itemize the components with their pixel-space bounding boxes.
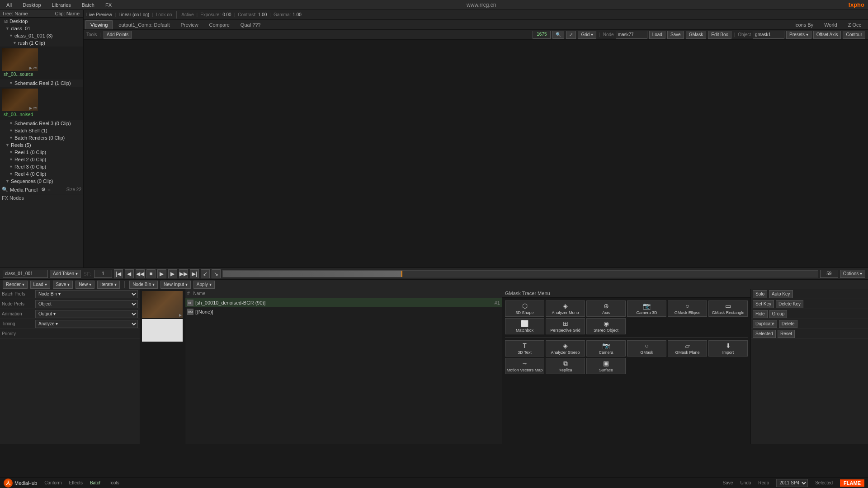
iterate-btn[interactable]: Iterate ▾ [97, 281, 120, 289]
save-status-label[interactable]: Save [723, 480, 733, 485]
batch-label[interactable]: Batch [90, 480, 102, 485]
tree-item-batch-renders[interactable]: ▼ Batch Renders (0 Clip) [0, 134, 83, 141]
mark-out-btn[interactable]: ↘ [212, 269, 221, 278]
fit-btn[interactable]: ⤢ [566, 31, 576, 39]
delete-key-btn[interactable]: Delete Key [776, 300, 803, 308]
fx-btn-camera[interactable]: 📷 Camera [586, 340, 626, 357]
auto-key-btn[interactable]: Auto Key [769, 290, 793, 298]
tab-preview[interactable]: Preview [175, 20, 203, 29]
batch-prefs-select[interactable]: Node Bin ▾ [35, 290, 138, 298]
project-name-input[interactable] [3, 270, 48, 278]
tree-item-class01-001[interactable]: ▼ class_01_001 (3) [0, 32, 83, 39]
node-prefs-select[interactable]: Object [35, 300, 138, 308]
tree-item-reel1[interactable]: ▼ Reel 1 (0 Clip) [0, 149, 83, 156]
node-thumb-1[interactable]: ▶ [142, 291, 183, 318]
node-input[interactable] [616, 31, 647, 39]
timing-select[interactable]: Analyze ▾ [35, 320, 138, 328]
tab-libraries[interactable]: Libraries [49, 1, 74, 9]
prev-frame-btn[interactable]: ◀ [125, 269, 134, 278]
node-thumb-2[interactable] [142, 319, 183, 342]
fx-btn-gmask-plane[interactable]: ▱ GMask Plane [668, 340, 707, 357]
duplicate-btn[interactable]: Duplicate [753, 320, 777, 328]
tab-fx[interactable]: FX [103, 1, 114, 9]
tree-item-reel2[interactable]: ▼ Reel 2 (0 Clip) [0, 156, 83, 163]
tree-item-reel4[interactable]: ▼ Reel 4 (0 Clip) [0, 170, 83, 178]
gmask-btn[interactable]: GMask [686, 31, 707, 39]
node-item-2[interactable]: 0M [(None)] [185, 307, 502, 316]
options-btn[interactable]: Options ▾ [840, 270, 865, 278]
delete-btn[interactable]: Delete [779, 320, 797, 328]
fx-btn-import[interactable]: ⬇ Import [708, 340, 748, 357]
jump-end-btn[interactable]: ▶| [190, 269, 199, 278]
sf-input[interactable] [94, 270, 112, 278]
settings-icon[interactable]: ⚙ [41, 187, 46, 192]
fx-btn-matchbox[interactable]: ⬜ Matchbox [505, 318, 544, 334]
frame-input[interactable] [820, 270, 838, 278]
fx-btn-3d-text[interactable]: T 3D Text [505, 340, 544, 357]
tree-item-class01[interactable]: ▼ class_01 [0, 25, 83, 32]
timeline-scrubber[interactable] [222, 270, 818, 277]
tab-output[interactable]: output1_Comp: Default [113, 20, 175, 29]
add-token-btn[interactable]: Add Token ▾ [50, 270, 81, 278]
rev-play-btn[interactable]: ◀◀ [136, 269, 145, 278]
save-btn[interactable]: Save [667, 31, 684, 39]
load-btn[interactable]: Load [649, 31, 665, 39]
reset-btn[interactable]: Reset [778, 330, 795, 338]
offset-axis-btn[interactable]: Offset Axis [813, 31, 841, 39]
render-btn[interactable]: Render ▾ [3, 281, 28, 289]
tools-label[interactable]: Tools [108, 480, 119, 485]
undo-label[interactable]: Undo [740, 480, 751, 485]
status-dropdown[interactable]: 2011 SP4 [776, 479, 808, 487]
stop-btn[interactable]: ■ [146, 269, 156, 278]
play-btn[interactable]: ▶ [157, 269, 166, 278]
media-hub-label[interactable]: MediaHub [14, 480, 37, 486]
fx-btn-camera-3d[interactable]: 📷 Camera 3D [627, 300, 666, 317]
new-ctrl-btn[interactable]: New ▾ [75, 281, 94, 289]
fx-btn-gmask[interactable]: ○ GMask [627, 340, 666, 357]
mark-in-btn[interactable]: ↙ [201, 269, 210, 278]
fx-btn-analyzer-stereo[interactable]: ◈ Analyzer Stereo [546, 340, 585, 357]
jump-start-btn[interactable]: |◀ [114, 269, 123, 278]
set-key-btn[interactable]: Set Key [753, 300, 774, 308]
panel-controls-icon[interactable]: ≡ [47, 187, 50, 192]
tree-item-desktop[interactable]: 🖥 Desktop [0, 18, 83, 25]
group-btn[interactable]: Group [769, 310, 788, 318]
grid-btn[interactable]: Grid ▾ [578, 31, 596, 39]
tab-icons-by[interactable]: Icons By [789, 20, 818, 29]
next-frame-btn[interactable]: ▶ [168, 269, 177, 278]
fx-btn-3d-shape[interactable]: ⬡ 3D Shape [505, 300, 544, 317]
thumbnail-source[interactable]: ▶ 25 sh_00...source [0, 47, 83, 80]
fx-btn-analyzer-mono[interactable]: ◈ Analyzer Mono [546, 300, 585, 317]
node-item-1[interactable]: 0F [sh_00010_denoised-BGR (90)] #1 [185, 298, 502, 307]
new-input-btn[interactable]: New Input ▾ [160, 281, 191, 289]
tree-item-reels[interactable]: ▼ Reels (5) [0, 141, 83, 149]
tab-z-occ[interactable]: Z Occ [843, 20, 866, 29]
edit-box-btn[interactable]: Edit Box [708, 31, 731, 39]
apply-btn[interactable]: Apply ▾ [193, 281, 215, 289]
contour-btn[interactable]: Contour [843, 31, 865, 39]
fx-btn-axis[interactable]: ⊕ Axis [586, 300, 626, 317]
fx-btn-motion-vectors[interactable]: → Motion Vectors Map [505, 358, 544, 374]
fx-btn-surface[interactable]: ▣ Surface [586, 358, 626, 374]
tree-item-sequences[interactable]: ▼ Sequences (0 Clip) [0, 178, 83, 185]
selected-btn[interactable]: Selected [753, 330, 776, 338]
fx-btn-gmask-ellipse[interactable]: ○ GMask Ellipse [668, 300, 707, 317]
effects-label[interactable]: Effects [69, 480, 83, 485]
node-bin-btn[interactable]: Node Bin ▾ [129, 281, 158, 289]
presets-btn[interactable]: Presets ▾ [786, 31, 811, 39]
fx-btn-gmask-rect[interactable]: ▭ GMask Rectangle [708, 300, 748, 317]
tab-world[interactable]: World [819, 20, 842, 29]
animation-select[interactable]: Output ▾ [35, 310, 138, 318]
fwd-play-btn[interactable]: ▶▶ [179, 269, 188, 278]
save-ctrl-btn[interactable]: Save ▾ [53, 281, 73, 289]
tab-all[interactable]: All [4, 1, 14, 9]
tree-item-rush1[interactable]: ▼ rush (1 Clip) [0, 39, 83, 47]
tab-compare[interactable]: Compare [204, 20, 235, 29]
load-ctrl-btn[interactable]: Load ▾ [30, 281, 50, 289]
conform-label[interactable]: Conform [44, 480, 61, 485]
fx-btn-perspective[interactable]: ⊞ Perspective Grid [546, 318, 585, 334]
tree-item-schematic2[interactable]: ▼ Schematic Reel 2 (1 Clip) [0, 80, 83, 87]
thumbnail-noised[interactable]: ▶ 25 sh_00...noised [0, 87, 83, 120]
tree-item-schematic3[interactable]: ▼ Schematic Reel 3 (0 Clip) [0, 120, 83, 127]
tab-viewing[interactable]: Viewing [85, 20, 113, 29]
